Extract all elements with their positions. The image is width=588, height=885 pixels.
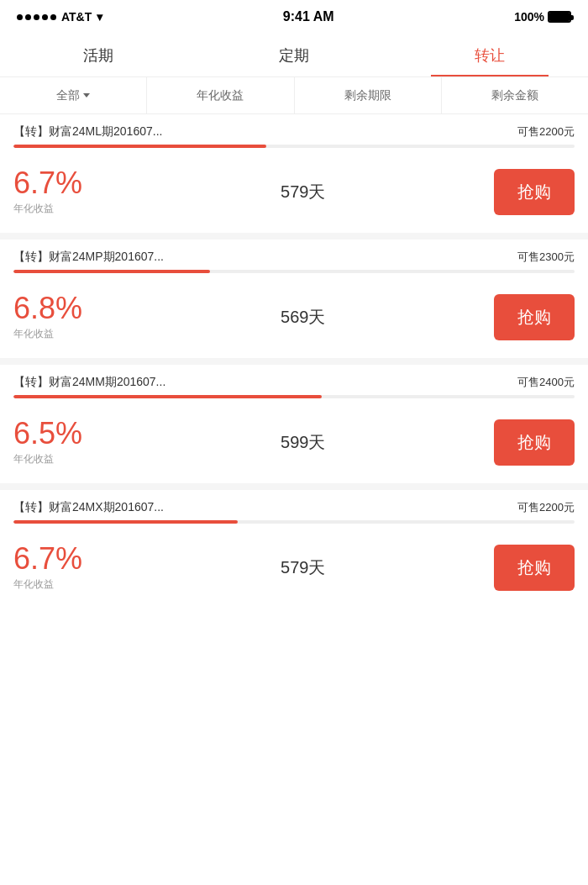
product-title-24ml: 【转】财富24ML期201607... bbox=[13, 124, 162, 140]
product-card-24mp: 【转】财富24MP期201607... 可售2300元 6.8% 年化收益 56… bbox=[0, 240, 588, 358]
filter-bar: 全部 年化收益 剩余期限 剩余金额 bbox=[0, 77, 588, 114]
product-card-24ml: 【转】财富24ML期201607... 可售2200元 6.7% 年化收益 57… bbox=[0, 114, 588, 233]
progress-fill-24mp bbox=[13, 270, 210, 273]
days-value-24mp: 569天 bbox=[281, 306, 325, 329]
progress-track-24mx bbox=[13, 520, 575, 524]
rate-label-24mm: 年化收益 bbox=[13, 452, 194, 466]
rate-value-24mx: 6.7% bbox=[13, 544, 194, 574]
buy-button-24ml[interactable]: 抢购 bbox=[494, 169, 575, 215]
avail-amount-24mx: 2200 bbox=[539, 501, 564, 514]
avail-unit-24mm: 元 bbox=[564, 376, 575, 388]
product-header-24mp: 【转】财富24MP期201607... 可售2300元 bbox=[0, 240, 588, 270]
status-right: 100% bbox=[514, 10, 571, 24]
filter-remaining-label: 剩余期限 bbox=[344, 88, 391, 103]
tab-zhuanrang[interactable]: 转让 bbox=[392, 34, 588, 76]
product-avail-24mm: 可售2400元 bbox=[517, 375, 575, 390]
product-title-24mx: 【转】财富24MX期201607... bbox=[13, 500, 164, 515]
avail-amount-24mp: 2300 bbox=[539, 250, 564, 263]
product-body-24mp: 6.8% 年化收益 569天 抢购 bbox=[0, 280, 588, 358]
rate-label-24mx: 年化收益 bbox=[13, 577, 194, 592]
buy-button-24mm[interactable]: 抢购 bbox=[494, 419, 575, 466]
product-body-24mx: 6.7% 年化收益 579天 抢购 bbox=[0, 530, 588, 608]
progress-fill-24mm bbox=[13, 395, 322, 398]
product-avail-24ml: 可售2200元 bbox=[517, 124, 575, 140]
progress-track-24mp bbox=[13, 270, 575, 273]
days-value-24ml: 579天 bbox=[281, 181, 325, 203]
avail-amount-24mm: 2400 bbox=[539, 376, 564, 388]
tab-huoqi-label: 活期 bbox=[83, 45, 113, 66]
avail-label-24ml: 可售 bbox=[517, 125, 539, 138]
buy-section-24mm: 抢购 bbox=[412, 419, 575, 466]
tab-dingqi-label: 定期 bbox=[279, 45, 309, 66]
filter-annual[interactable]: 年化收益 bbox=[147, 77, 294, 113]
product-cards-wrapper: 【转】财富24ML期201607... 可售2200元 6.7% 年化收益 57… bbox=[0, 114, 588, 608]
rate-label-24mp: 年化收益 bbox=[13, 327, 194, 341]
rate-section-24mm: 6.5% 年化收益 bbox=[13, 419, 194, 466]
progress-bar-24mm bbox=[0, 395, 588, 405]
rate-section-24mp: 6.8% 年化收益 bbox=[13, 293, 194, 341]
product-list: 【转】财富24ML期201607... 可售2200元 6.7% 年化收益 57… bbox=[0, 114, 588, 608]
wifi-icon: ▾ bbox=[97, 10, 102, 24]
rate-section-24ml: 6.7% 年化收益 bbox=[13, 168, 194, 216]
status-time: 9:41 AM bbox=[283, 9, 334, 24]
days-section-24mp: 569天 bbox=[194, 306, 412, 329]
filter-annual-label: 年化收益 bbox=[197, 88, 244, 103]
days-section-24ml: 579天 bbox=[194, 181, 412, 203]
tab-navigation: 活期 定期 转让 bbox=[0, 34, 588, 77]
avail-unit-24mp: 元 bbox=[564, 250, 575, 263]
chevron-down-icon bbox=[83, 93, 90, 97]
tab-huoqi[interactable]: 活期 bbox=[0, 34, 196, 76]
progress-bar-24mx bbox=[0, 520, 588, 530]
filter-all-label: 全部 bbox=[56, 88, 80, 103]
product-avail-24mx: 可售2200元 bbox=[517, 500, 575, 515]
product-header-24ml: 【转】财富24ML期201607... 可售2200元 bbox=[0, 114, 588, 145]
progress-track-24mm bbox=[13, 395, 575, 398]
avail-unit-24mx: 元 bbox=[564, 501, 575, 514]
buy-button-24mx[interactable]: 抢购 bbox=[494, 545, 575, 591]
avail-amount-24ml: 2200 bbox=[539, 125, 564, 138]
product-avail-24mp: 可售2300元 bbox=[517, 250, 575, 265]
product-body-24ml: 6.7% 年化收益 579天 抢购 bbox=[0, 155, 588, 233]
signal-dots bbox=[17, 14, 56, 20]
buy-section-24ml: 抢购 bbox=[412, 169, 575, 215]
buy-section-24mx: 抢购 bbox=[412, 545, 575, 591]
product-body-24mm: 6.5% 年化收益 599天 抢购 bbox=[0, 405, 588, 483]
tab-zhuanrang-label: 转让 bbox=[475, 45, 505, 66]
avail-label-24mp: 可售 bbox=[517, 250, 539, 263]
product-header-24mx: 【转】财富24MX期201607... 可售2200元 bbox=[0, 490, 588, 520]
rate-value-24mp: 6.8% bbox=[13, 293, 194, 324]
progress-bar-24ml bbox=[0, 145, 588, 155]
days-section-24mx: 579天 bbox=[194, 556, 412, 579]
product-card-24mm: 【转】财富24MM期201607... 可售2400元 6.5% 年化收益 59… bbox=[0, 365, 588, 483]
status-left: AT&T ▾ bbox=[17, 10, 102, 24]
avail-label-24mx: 可售 bbox=[517, 501, 539, 514]
buy-button-24mp[interactable]: 抢购 bbox=[494, 294, 575, 340]
rate-section-24mx: 6.7% 年化收益 bbox=[13, 544, 194, 592]
progress-track-24ml bbox=[13, 145, 575, 148]
progress-fill-24ml bbox=[13, 145, 266, 148]
filter-remaining[interactable]: 剩余期限 bbox=[295, 77, 442, 113]
carrier-label: AT&T bbox=[61, 10, 92, 24]
progress-fill-24mx bbox=[13, 520, 238, 524]
rate-label-24ml: 年化收益 bbox=[13, 202, 194, 216]
battery-icon bbox=[548, 11, 571, 23]
days-value-24mm: 599天 bbox=[281, 431, 325, 454]
avail-unit-24ml: 元 bbox=[564, 125, 575, 138]
status-bar: AT&T ▾ 9:41 AM 100% bbox=[0, 0, 588, 34]
avail-label-24mm: 可售 bbox=[517, 376, 539, 388]
buy-section-24mp: 抢购 bbox=[412, 294, 575, 340]
product-title-24mm: 【转】财富24MM期201607... bbox=[13, 375, 165, 390]
days-section-24mm: 599天 bbox=[194, 431, 412, 454]
rate-value-24ml: 6.7% bbox=[13, 168, 194, 198]
tab-dingqi[interactable]: 定期 bbox=[196, 34, 391, 76]
filter-amount[interactable]: 剩余金额 bbox=[442, 77, 588, 113]
days-value-24mx: 579天 bbox=[281, 556, 325, 579]
product-card-24mx: 【转】财富24MX期201607... 可售2200元 6.7% 年化收益 57… bbox=[0, 490, 588, 608]
progress-bar-24mp bbox=[0, 270, 588, 280]
rate-value-24mm: 6.5% bbox=[13, 419, 194, 449]
filter-amount-label: 剩余金额 bbox=[491, 88, 538, 103]
filter-all[interactable]: 全部 bbox=[0, 77, 147, 113]
product-header-24mm: 【转】财富24MM期201607... 可售2400元 bbox=[0, 365, 588, 395]
product-title-24mp: 【转】财富24MP期201607... bbox=[13, 250, 164, 265]
battery-label: 100% bbox=[514, 10, 544, 24]
